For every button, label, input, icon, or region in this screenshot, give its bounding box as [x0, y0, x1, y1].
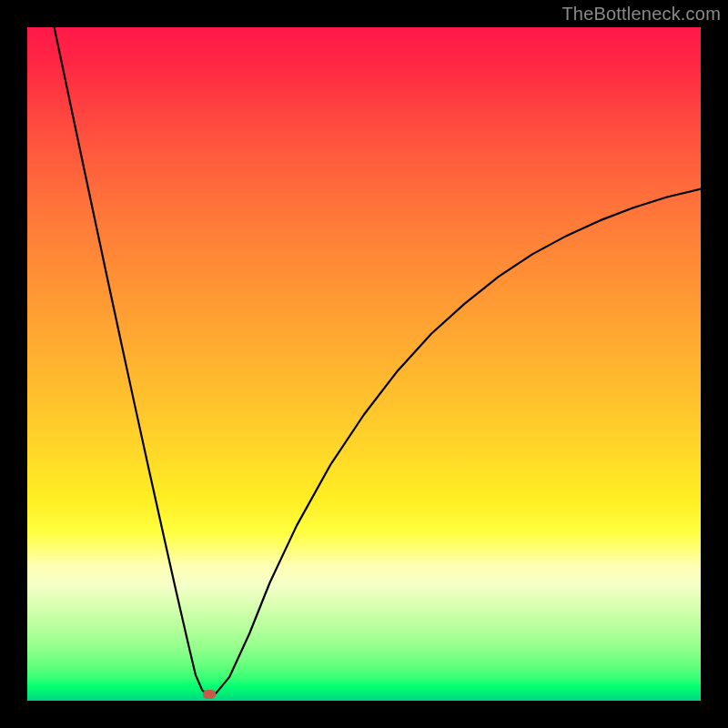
minimum-marker: [203, 690, 216, 699]
chart-frame: TheBottleneck.com: [0, 0, 728, 728]
curve-svg: [27, 27, 701, 701]
bottleneck-curve: [55, 27, 701, 694]
attribution-text: TheBottleneck.com: [561, 4, 721, 25]
plot-area: [27, 27, 701, 701]
